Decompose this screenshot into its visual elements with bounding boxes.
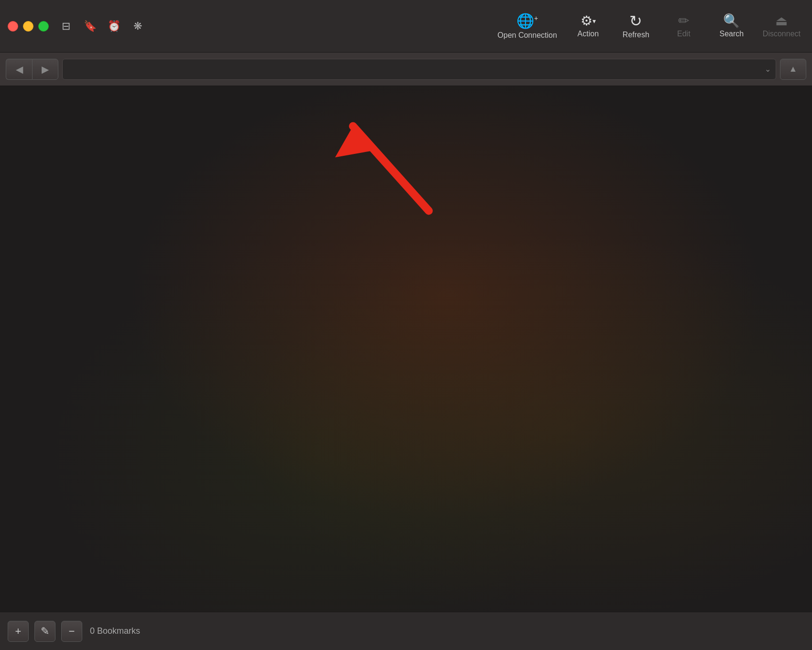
edit-row-icon: ✎	[41, 625, 49, 638]
action-icon: ⚙ ▾	[581, 14, 596, 28]
maximize-button[interactable]	[38, 21, 49, 32]
minimize-button[interactable]	[23, 21, 33, 32]
disconnect-icon: ⏏	[775, 14, 788, 28]
edit-icon: ✏	[678, 14, 689, 28]
edit-row-button[interactable]: ✎	[34, 621, 55, 642]
main-content	[0, 86, 812, 612]
remove-button[interactable]: −	[61, 621, 82, 642]
forward-button[interactable]: ▶	[32, 59, 58, 80]
nav-btn-group: ◀ ▶	[6, 59, 58, 80]
titlebar-icons: ⊟ 🔖 ⏰ ❋	[58, 19, 145, 34]
disconnect-label: Disconnect	[763, 30, 801, 38]
navbar: ◀ ▶ ⌄ ▲	[0, 53, 812, 86]
search-label: Search	[719, 30, 744, 38]
remove-icon: −	[69, 625, 75, 638]
disconnect-button[interactable]: ⏏ Disconnect	[763, 14, 801, 38]
refresh-icon: ↻	[629, 13, 642, 29]
open-connection-label: Open Connection	[497, 31, 557, 40]
address-bar-chevron: ⌄	[765, 65, 771, 74]
up-button[interactable]: ▲	[780, 59, 806, 80]
edit-label: Edit	[677, 30, 691, 38]
refresh-label: Refresh	[623, 31, 649, 39]
traffic-lights	[8, 21, 49, 32]
address-bar[interactable]: ⌄	[62, 59, 776, 80]
add-button[interactable]: +	[8, 621, 29, 642]
bookmarks-count: 0 Bookmarks	[90, 626, 140, 636]
open-connection-button[interactable]: 🌐+ Open Connection	[497, 12, 557, 40]
titlebar: ⊟ 🔖 ⏰ ❋ 🌐+ Open Connection ⚙ ▾ Action ↻ …	[0, 0, 812, 53]
edit-button[interactable]: ✏ Edit	[667, 14, 701, 38]
close-button[interactable]	[8, 21, 18, 32]
search-button[interactable]: 🔍 Search	[715, 14, 748, 38]
sidebar-toggle-icon[interactable]: ⊟	[58, 19, 74, 34]
bottombar: + ✎ − 0 Bookmarks	[0, 612, 812, 650]
refresh-button[interactable]: ↻ Refresh	[619, 13, 653, 39]
search-icon: 🔍	[723, 14, 740, 28]
add-icon: +	[15, 625, 22, 638]
open-connection-icon: 🌐+	[516, 12, 538, 29]
schema-icon[interactable]: ❋	[130, 19, 145, 34]
action-button[interactable]: ⚙ ▾ Action	[571, 14, 605, 38]
action-label: Action	[578, 30, 599, 38]
bookmark-icon[interactable]: 🔖	[82, 19, 98, 34]
back-button[interactable]: ◀	[6, 59, 32, 80]
clock-icon[interactable]: ⏰	[106, 19, 121, 34]
toolbar-right: 🌐+ Open Connection ⚙ ▾ Action ↻ Refresh …	[497, 12, 804, 40]
background-gradient	[0, 86, 812, 612]
